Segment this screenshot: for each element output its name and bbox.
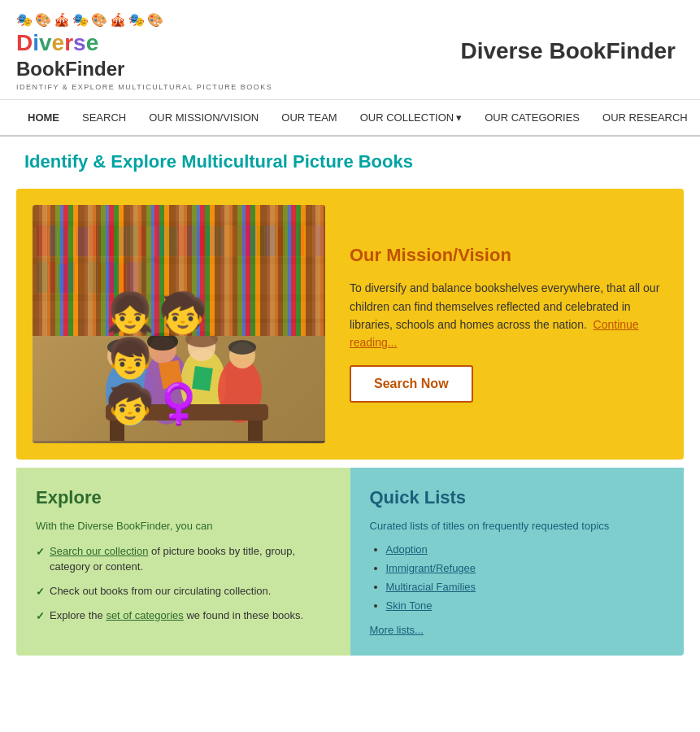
svg-rect-29 bbox=[277, 227, 285, 256]
svg-rect-13 bbox=[118, 227, 126, 256]
nav-item-search[interactable]: SEARCH bbox=[71, 107, 137, 129]
explore-heading: Explore bbox=[36, 487, 331, 508]
svg-rect-41 bbox=[107, 262, 117, 293]
more-lists-link[interactable]: More lists... bbox=[370, 624, 424, 636]
logo-icons: 🎭🎨🎪🎭🎨🎪🎭🎨 bbox=[16, 12, 163, 28]
list-item: Multiracial Families bbox=[386, 581, 665, 593]
nav-item-collection-label: OUR COLLECTION bbox=[360, 111, 454, 124]
svg-rect-4 bbox=[33, 294, 325, 301]
check-icon-2: ✓ bbox=[36, 584, 45, 600]
mission-body: To diversify and balance bookshelves eve… bbox=[350, 279, 667, 352]
svg-point-54 bbox=[188, 333, 215, 361]
svg-rect-15 bbox=[139, 225, 146, 256]
explore-item-2: ✓ Check out books from our circulating c… bbox=[36, 583, 331, 600]
header: 🎭🎨🎪🎭🎨🎪🎭🎨 Diverse BookFinder Identify & E… bbox=[0, 0, 700, 100]
mission-title: Our Mission/Vision bbox=[350, 245, 667, 266]
svg-rect-46 bbox=[33, 323, 325, 441]
quick-lists-section: Quick Lists Curated lists of titles on f… bbox=[350, 468, 685, 656]
svg-rect-63 bbox=[248, 420, 263, 441]
svg-rect-2 bbox=[33, 221, 325, 228]
skin-tone-link[interactable]: Skin Tone bbox=[386, 599, 433, 612]
list-item: Skin Tone bbox=[386, 599, 665, 612]
chevron-down-icon: ▾ bbox=[456, 111, 462, 124]
svg-rect-35 bbox=[49, 262, 57, 293]
explore-item-3-prefix: Explore the bbox=[50, 609, 106, 621]
nav-item-research[interactable]: OUR RESEARCH bbox=[591, 107, 699, 129]
svg-point-47 bbox=[106, 358, 154, 426]
svg-rect-18 bbox=[166, 227, 177, 256]
svg-rect-40 bbox=[98, 263, 106, 293]
svg-point-58 bbox=[228, 340, 256, 355]
svg-rect-21 bbox=[198, 226, 206, 256]
list-item: Adoption bbox=[386, 543, 665, 556]
nav-item-collection[interactable]: OUR COLLECTION ▾ bbox=[349, 107, 474, 129]
quick-lists-description: Curated lists of titles on frequently re… bbox=[370, 520, 665, 532]
explore-item-1: ✓ Search our collection of picture books… bbox=[36, 543, 331, 575]
svg-point-49 bbox=[107, 339, 137, 355]
library-scene-graphic bbox=[33, 205, 325, 443]
nav-item-home[interactable]: HOME bbox=[16, 107, 71, 129]
svg-rect-20 bbox=[186, 225, 197, 256]
library-illustration bbox=[33, 205, 325, 441]
svg-rect-25 bbox=[237, 225, 246, 256]
quick-lists-heading: Quick Lists bbox=[370, 487, 665, 508]
nav-item-team[interactable]: OUR TEAM bbox=[270, 107, 348, 129]
svg-rect-9 bbox=[76, 227, 88, 256]
nav: HOME SEARCH OUR MISSION/VISION OUR TEAM … bbox=[0, 100, 700, 137]
svg-rect-8 bbox=[68, 225, 75, 256]
explore-item-2-text: Check out books from our circulating col… bbox=[50, 583, 271, 599]
site-title: Diverse BookFinder bbox=[460, 38, 676, 64]
svg-rect-23 bbox=[217, 227, 224, 256]
explore-description: With the Diverse BookFinder, you can bbox=[36, 520, 331, 532]
check-icon-3: ✓ bbox=[36, 608, 45, 625]
svg-rect-32 bbox=[305, 226, 315, 256]
svg-rect-5 bbox=[37, 225, 48, 256]
svg-rect-11 bbox=[98, 226, 106, 256]
svg-rect-28 bbox=[265, 225, 276, 256]
logo-main: Diverse BookFinder bbox=[16, 31, 124, 81]
svg-rect-44 bbox=[139, 262, 146, 293]
quick-list-items: Adoption Immigrant/Refugee Multiracial F… bbox=[370, 543, 665, 612]
svg-rect-43 bbox=[127, 262, 138, 293]
svg-rect-6 bbox=[49, 225, 57, 256]
logo-area: 🎭🎨🎪🎭🎨🎪🎭🎨 Diverse BookFinder Identify & E… bbox=[16, 12, 272, 91]
svg-rect-30 bbox=[286, 225, 297, 256]
svg-point-57 bbox=[229, 342, 255, 368]
immigrant-refugee-link[interactable]: Immigrant/Refugee bbox=[386, 562, 476, 574]
svg-rect-17 bbox=[157, 225, 165, 256]
svg-rect-60 bbox=[192, 366, 213, 391]
yellow-section: Our Mission/Vision To diversify and bala… bbox=[16, 189, 684, 460]
svg-rect-45 bbox=[146, 263, 156, 293]
svg-rect-59 bbox=[159, 359, 183, 389]
svg-rect-10 bbox=[89, 225, 98, 256]
explore-item-3-suffix: we found in these books. bbox=[184, 609, 303, 621]
svg-point-55 bbox=[185, 331, 218, 347]
nav-item-categories[interactable]: OUR CATEGORIES bbox=[473, 107, 591, 129]
logo-bookfinder: BookFinder bbox=[16, 58, 124, 80]
svg-point-51 bbox=[149, 336, 176, 364]
svg-rect-19 bbox=[178, 225, 185, 256]
mission-content: Our Mission/Vision To diversify and bala… bbox=[350, 205, 667, 443]
search-collection-link[interactable]: Search our collection bbox=[50, 545, 148, 557]
svg-rect-36 bbox=[58, 264, 67, 293]
svg-rect-61 bbox=[106, 404, 268, 420]
adoption-link[interactable]: Adoption bbox=[386, 543, 428, 556]
explore-item-3: ✓ Explore the set of categories we found… bbox=[36, 608, 331, 625]
svg-rect-24 bbox=[224, 225, 237, 256]
svg-point-52 bbox=[147, 333, 178, 351]
svg-rect-14 bbox=[127, 225, 138, 256]
explore-section: Explore With the Diverse BookFinder, you… bbox=[16, 468, 350, 656]
svg-rect-1 bbox=[33, 205, 325, 319]
svg-rect-37 bbox=[68, 262, 75, 293]
multiracial-families-link[interactable]: Multiracial Families bbox=[386, 581, 476, 593]
logo-diverse: Diverse bbox=[16, 30, 98, 55]
search-now-button[interactable]: Search Now bbox=[350, 365, 473, 403]
svg-rect-39 bbox=[89, 262, 98, 293]
svg-point-53 bbox=[180, 349, 226, 419]
nav-item-mission[interactable]: OUR MISSION/VISION bbox=[137, 107, 270, 129]
svg-rect-34 bbox=[37, 262, 48, 293]
set-of-categories-link[interactable]: set of categories bbox=[106, 609, 183, 621]
svg-rect-31 bbox=[298, 225, 304, 256]
svg-rect-33 bbox=[315, 225, 324, 256]
svg-rect-42 bbox=[118, 264, 126, 293]
